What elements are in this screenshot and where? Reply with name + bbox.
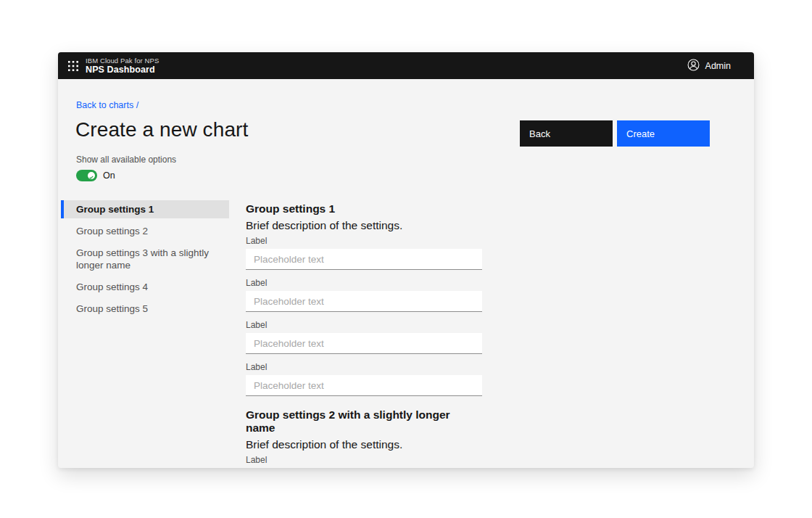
page-content: Back to charts / Create a new chart Back… [58,79,754,468]
options-toggle[interactable] [76,170,97,181]
app-switcher-grid-icon [68,61,78,71]
page-actions: Back Create [520,120,710,147]
field-label: Label [246,363,482,371]
text-input[interactable] [246,333,482,354]
form-section: Group settings 2 with a slightly longer … [246,408,482,468]
form-field: Label [246,237,482,270]
user-name: Admin [705,61,731,71]
sidebar-item[interactable]: Group settings 2 [61,222,229,240]
field-label: Label [246,321,482,329]
sidebar-item[interactable]: Group settings 1 [61,200,229,218]
toggle-row: On [76,170,754,181]
field-label: Label [246,279,482,287]
form-field: Label [246,279,482,312]
text-input[interactable] [246,291,482,312]
section-description: Brief description of the settings. [246,437,482,452]
product-name: IBM Cloud Pak for NPS [86,57,159,65]
text-input[interactable] [246,375,482,396]
back-button[interactable]: Back [520,120,613,147]
form-field: Label [246,321,482,354]
checkmark-icon [89,170,94,181]
app-switcher-button[interactable] [67,60,79,72]
sidebar-item[interactable]: Group settings 3 with a slightly longer … [61,244,229,274]
toggle-state-label: On [103,170,115,181]
settings-form: Group settings 1Brief description of the… [246,200,482,468]
form-field: Label [246,363,482,396]
sidebar-item[interactable]: Group settings 4 [61,278,229,296]
toggle-knob [88,172,95,179]
section-heading: Group settings 2 with a slightly longer … [246,408,482,435]
app-header: IBM Cloud Pak for NPS NPS Dashboard Admi… [58,52,754,79]
text-input[interactable] [246,249,482,270]
form-section: Group settings 1Brief description of the… [246,202,482,396]
section-description: Brief description of the settings. [246,218,482,233]
field-label: Label [246,456,482,464]
create-button[interactable]: Create [617,120,710,147]
settings-group-nav: Group settings 1Group settings 2Group se… [61,200,229,321]
form-field: Label [246,456,482,468]
app-window: IBM Cloud Pak for NPS NPS Dashboard Admi… [58,52,754,468]
field-label: Label [246,237,482,245]
user-menu[interactable]: Admin [687,59,731,73]
user-avatar-icon [687,59,700,73]
app-name: NPS Dashboard [86,65,159,75]
toggle-label: Show all available options [76,155,754,165]
section-heading: Group settings 1 [246,202,482,215]
brand: IBM Cloud Pak for NPS NPS Dashboard [86,57,159,75]
settings-layout: Group settings 1Group settings 2Group se… [61,200,754,468]
sidebar-item[interactable]: Group settings 5 [61,300,229,318]
breadcrumb[interactable]: Back to charts / [76,100,138,110]
